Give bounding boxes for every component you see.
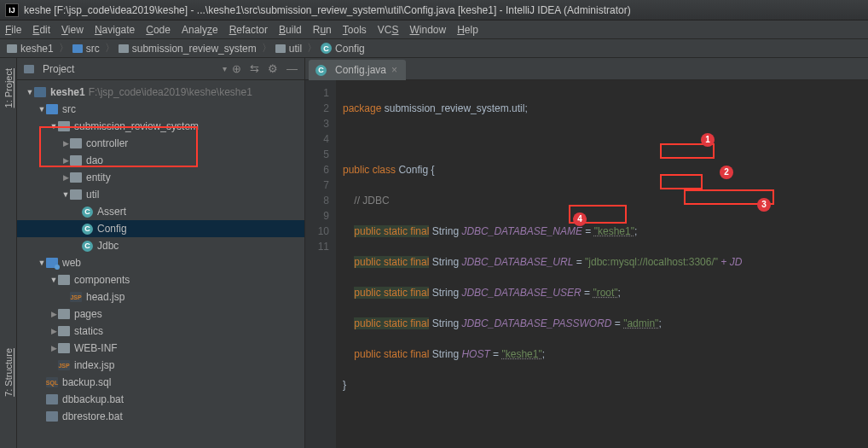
src-icon (46, 104, 58, 114)
package-icon (70, 138, 82, 148)
target-icon[interactable]: ⊕ (232, 62, 241, 75)
class-icon: C (82, 224, 93, 235)
crumb-module[interactable]: keshe1 (7, 43, 54, 55)
folder-icon (58, 275, 70, 285)
tool-window-stripe: 1: Project 7: Structure (0, 58, 17, 448)
tree-util[interactable]: ▼util (17, 186, 304, 203)
menu-navigate[interactable]: Navigate (95, 24, 135, 36)
tree-webinf[interactable]: ▶WEB-INF (17, 340, 304, 357)
class-icon: C (82, 241, 93, 252)
menu-build[interactable]: Build (279, 24, 302, 36)
folder-icon (58, 343, 70, 353)
tab-structure[interactable]: 7: Structure (2, 343, 15, 402)
intellij-icon: IJ (5, 3, 19, 17)
editor-code[interactable]: package submission_review_system.util; p… (336, 80, 868, 448)
editor-tab-config[interactable]: C Config.java × (309, 60, 406, 80)
close-icon[interactable]: × (391, 64, 397, 76)
folder-icon (58, 309, 70, 319)
package-icon (70, 189, 82, 200)
class-icon: C (82, 207, 93, 218)
menu-view[interactable]: View (61, 24, 84, 36)
titlebar: IJ keshe [F:\jsp_code\idea2019\keshe] - … (0, 0, 868, 20)
project-panel: Project ▾ ⊕ ⇆ ⚙ — ▼keshe1F:\jsp_code\ide… (17, 58, 305, 448)
tree-dbrestore[interactable]: dbrestore.bat (17, 408, 304, 425)
tree-pages[interactable]: ▶pages (17, 305, 304, 323)
tree-jdbc[interactable]: CJdbc (17, 237, 304, 254)
package-icon (119, 44, 129, 53)
crumb-src[interactable]: src (72, 43, 100, 55)
crumb-class[interactable]: CConfig (321, 43, 365, 55)
window-title: keshe [F:\jsp_code\idea2019\keshe] - ...… (24, 4, 631, 16)
package-icon (70, 172, 82, 183)
gear-icon[interactable]: ⚙ (268, 62, 278, 75)
tree-backupsql[interactable]: SQLbackup.sql (17, 374, 304, 391)
crumb-package[interactable]: submission_review_system (119, 43, 257, 55)
menu-run[interactable]: Run (313, 24, 332, 36)
menu-analyze[interactable]: Analyze (182, 24, 218, 36)
menu-vcs[interactable]: VCS (378, 24, 399, 36)
tree-dao[interactable]: ▶dao (17, 152, 304, 169)
project-panel-header: Project ▾ ⊕ ⇆ ⚙ — (17, 58, 304, 80)
package-icon (275, 44, 286, 53)
collapse-icon[interactable]: ⇆ (250, 62, 259, 75)
tree-src[interactable]: ▼src (17, 101, 304, 118)
src-icon (72, 44, 83, 53)
project-tree[interactable]: ▼keshe1F:\jsp_code\idea2019\keshe\keshe1… (17, 80, 304, 448)
menubar: File Edit View Navigate Code Analyze Ref… (0, 20, 868, 39)
tab-project[interactable]: 1: Project (2, 63, 15, 113)
menu-window[interactable]: Window (409, 24, 446, 36)
tree-entity[interactable]: ▶entity (17, 169, 304, 186)
tree-indexjsp[interactable]: JSPindex.jsp (17, 357, 304, 374)
editor-gutter: 1234567891011 (305, 80, 336, 448)
folder-icon (58, 326, 70, 336)
annotation-badge-1: 1 (701, 133, 715, 147)
annotation-badge-2: 2 (720, 166, 733, 179)
editor-tab-label: Config.java (335, 64, 386, 76)
sql-icon: SQL (46, 377, 58, 387)
package-icon (70, 155, 82, 166)
web-icon (46, 258, 58, 268)
tree-components[interactable]: ▼components (17, 271, 304, 288)
tree-package[interactable]: ▼submission_review_system (17, 118, 304, 135)
breadcrumb: keshe1〉 src〉 submission_review_system〉 u… (0, 39, 868, 58)
hide-icon[interactable]: — (286, 62, 298, 75)
package-icon (58, 121, 70, 131)
editor-body[interactable]: 1234567891011 package submission_review_… (305, 80, 868, 448)
editor-tabs: C Config.java × (305, 58, 868, 80)
module-icon (7, 44, 17, 53)
annotation-rect-2 (660, 174, 703, 189)
project-header-icon (24, 65, 34, 73)
menu-refactor[interactable]: Refactor (229, 24, 268, 36)
annotation-badge-4: 4 (573, 212, 587, 226)
annotation-badge-3: 3 (757, 198, 771, 212)
tree-controller[interactable]: ▶controller (17, 135, 304, 152)
jsp-icon: JSP (58, 360, 70, 370)
tree-root[interactable]: ▼keshe1F:\jsp_code\idea2019\keshe\keshe1 (17, 84, 304, 101)
tree-config[interactable]: CConfig (17, 220, 304, 237)
module-icon (34, 87, 46, 97)
tree-dbbackup[interactable]: dbbackup.bat (17, 391, 304, 408)
tree-assert[interactable]: CAssert (17, 203, 304, 220)
class-icon: C (315, 65, 327, 76)
tree-headjsp[interactable]: JSPhead.jsp (17, 288, 304, 305)
crumb-util[interactable]: util (275, 43, 302, 55)
bat-icon (46, 411, 58, 422)
project-panel-title: Project (43, 63, 217, 75)
tree-web[interactable]: ▼web (17, 254, 304, 271)
chevron-down-icon[interactable]: ▾ (223, 64, 227, 73)
menu-edit[interactable]: Edit (32, 24, 50, 36)
menu-file[interactable]: File (5, 24, 21, 36)
jsp-icon: JSP (70, 292, 82, 302)
editor-area: C Config.java × 1234567891011 package su… (305, 58, 868, 448)
menu-tools[interactable]: Tools (343, 24, 367, 36)
menu-help[interactable]: Help (457, 24, 478, 36)
class-icon: C (321, 43, 332, 54)
bat-icon (46, 394, 58, 404)
tree-statics[interactable]: ▶statics (17, 323, 304, 340)
menu-code[interactable]: Code (146, 24, 171, 36)
